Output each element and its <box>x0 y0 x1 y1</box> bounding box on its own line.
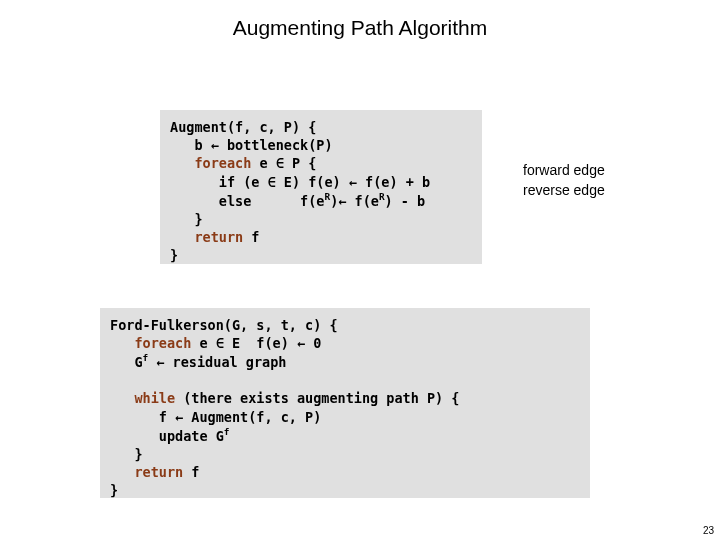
txt: G <box>110 354 143 370</box>
element-of-icon: ∈ <box>276 155 284 171</box>
txt <box>110 464 134 480</box>
txt: } <box>110 446 143 462</box>
txt: else f(e <box>170 192 324 208</box>
annotation-reverse-edge: reverse edge <box>523 182 605 198</box>
txt: if (e <box>170 174 268 190</box>
txt: e <box>251 155 275 171</box>
kw-return: return <box>134 464 183 480</box>
txt: } <box>170 247 178 263</box>
left-arrow-icon: ← <box>349 174 357 190</box>
txt: Ford-Fulkerson(G, s, t, c) { <box>110 317 338 333</box>
slide-title: Augmenting Path Algorithm <box>0 16 720 40</box>
kw-foreach: foreach <box>194 155 251 171</box>
txt: bottleneck(P) <box>219 137 333 153</box>
txt: f <box>183 464 199 480</box>
txt: Augment(f, c, P) { <box>170 119 316 135</box>
page-number: 23 <box>703 525 714 536</box>
element-of-icon: ∈ <box>216 335 224 351</box>
kw-while: while <box>134 390 175 406</box>
txt: (there exists augmenting path P) { <box>175 390 459 406</box>
txt: residual graph <box>164 354 286 370</box>
txt: Augment(f, c, P) <box>183 409 321 425</box>
txt: update G <box>110 427 224 443</box>
txt: E) f(e) <box>276 174 349 190</box>
txt: E f(e) <box>224 335 297 351</box>
txt: f <box>243 229 259 245</box>
ff-pre: Ford-Fulkerson(G, s, t, c) { foreach e ∈… <box>110 316 580 499</box>
txt: } <box>170 211 203 227</box>
kw-return: return <box>194 229 243 245</box>
left-arrow-icon: ← <box>297 335 305 351</box>
ford-fulkerson-code-box: Ford-Fulkerson(G, s, t, c) { foreach e ∈… <box>100 308 590 498</box>
txt: P { <box>284 155 317 171</box>
txt: } <box>110 482 118 498</box>
txt: 0 <box>305 335 321 351</box>
txt: f <box>110 409 175 425</box>
augment-pre: Augment(f, c, P) { b ← bottleneck(P) for… <box>170 118 472 264</box>
txt: b <box>170 137 211 153</box>
txt <box>170 155 194 171</box>
txt <box>110 372 118 388</box>
subscript-f: f <box>224 426 230 437</box>
left-arrow-icon: ← <box>211 137 219 153</box>
txt <box>110 390 134 406</box>
kw-foreach: foreach <box>134 335 191 351</box>
augment-code-box: Augment(f, c, P) { b ← bottleneck(P) for… <box>160 110 482 264</box>
txt: f(e) + b <box>357 174 430 190</box>
annotation-forward-edge: forward edge <box>523 162 605 178</box>
txt <box>110 335 134 351</box>
txt: e <box>191 335 215 351</box>
txt <box>170 229 194 245</box>
element-of-icon: ∈ <box>268 174 276 190</box>
txt: ) - b <box>385 192 426 208</box>
txt: f(e <box>346 192 379 208</box>
left-arrow-icon: ← <box>175 409 183 425</box>
